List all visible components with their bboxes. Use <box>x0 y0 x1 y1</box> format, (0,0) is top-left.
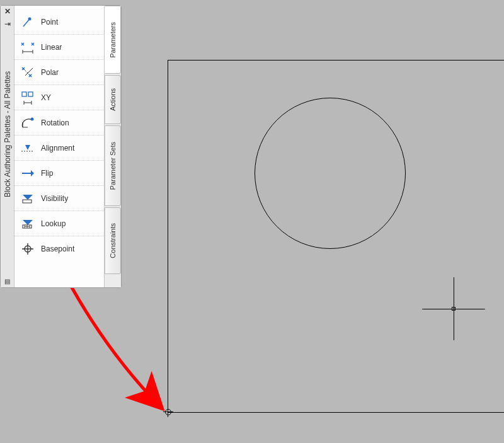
shape-circle[interactable] <box>255 98 406 249</box>
point-icon <box>20 14 36 30</box>
rotation-icon <box>20 115 36 131</box>
shape-rectangle[interactable] <box>168 60 504 413</box>
basepoint-icon <box>20 241 36 257</box>
tool-rotation[interactable]: Rotation <box>14 110 104 135</box>
tool-label: Flip <box>41 169 53 178</box>
palette-tab-strip: Parameters Actions Parameter Sets Constr… <box>105 6 121 287</box>
autohide-pin-icon[interactable]: ⇥ <box>4 20 11 28</box>
tool-alignment[interactable]: Alignment <box>14 135 104 161</box>
svg-point-0 <box>28 17 32 20</box>
tool-lookup[interactable]: Lookup <box>14 211 104 236</box>
xy-icon <box>20 89 36 106</box>
linear-icon <box>20 39 36 55</box>
close-icon[interactable]: ✕ <box>4 7 11 16</box>
svg-point-3 <box>31 117 34 120</box>
tool-label: Basepoint <box>41 245 74 253</box>
basepoint-marker[interactable] <box>163 407 173 417</box>
tool-label: Point <box>41 18 58 26</box>
palette-title: Block Authoring Palettes - All Palettes <box>3 71 12 197</box>
tool-label: Polar <box>41 68 59 77</box>
tool-point[interactable]: Point <box>14 9 104 35</box>
tab-constraints[interactable]: Constraints <box>105 207 121 274</box>
palette-title-bar[interactable]: ✕ ⇥ Block Authoring Palettes - All Palet… <box>1 6 14 287</box>
polar-icon <box>20 64 36 81</box>
tool-label: XY <box>41 93 51 102</box>
tool-visibility[interactable]: Visibility <box>14 186 104 211</box>
tool-flip[interactable]: Flip <box>14 161 104 186</box>
tool-basepoint[interactable]: Basepoint <box>14 236 104 262</box>
tool-label: Alignment <box>41 144 74 152</box>
tool-label: Lookup <box>41 219 66 228</box>
tab-actions[interactable]: Actions <box>105 75 121 124</box>
tool-linear[interactable]: Linear <box>14 35 104 60</box>
visibility-icon <box>20 190 36 207</box>
tool-label: Visibility <box>41 194 68 203</box>
tool-label: Linear <box>41 43 62 52</box>
crosshair-cursor <box>422 277 485 340</box>
svg-rect-4 <box>23 200 32 203</box>
block-authoring-palette: ✕ ⇥ Block Authoring Palettes - All Palet… <box>0 5 122 288</box>
palette-menu-icon[interactable]: ▤ <box>4 278 10 285</box>
flip-icon <box>20 165 36 181</box>
tab-parameters[interactable]: Parameters <box>105 6 121 74</box>
tool-polar[interactable]: Polar <box>14 60 104 85</box>
tab-label: Actions <box>109 82 117 117</box>
tab-label: Parameters <box>109 16 117 64</box>
tab-label: Parameter Sets <box>109 135 117 196</box>
tab-parameter-sets[interactable]: Parameter Sets <box>105 125 121 206</box>
tool-xy[interactable]: XY <box>14 85 104 110</box>
svg-rect-2 <box>22 92 26 96</box>
tab-label: Constraints <box>109 217 117 265</box>
alignment-icon <box>20 140 36 156</box>
parameters-tool-list: Point Linear Polar <box>14 6 105 287</box>
tool-label: Rotation <box>41 118 69 127</box>
lookup-icon <box>20 216 36 232</box>
svg-rect-1 <box>28 92 33 96</box>
